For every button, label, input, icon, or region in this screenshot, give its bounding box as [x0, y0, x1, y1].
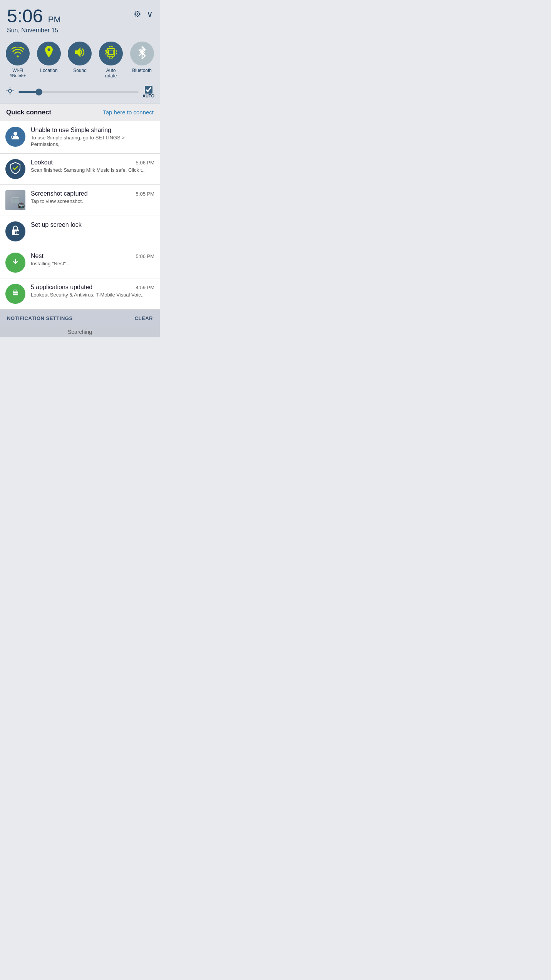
notif-simple-sharing-icon-wrap	[5, 127, 25, 147]
notif-nest-title: Nest	[31, 253, 133, 260]
notif-header: Set up screen lock	[31, 221, 154, 228]
notif-apps-updated-content: 5 applications updated 4:59 PM Lookout S…	[31, 284, 154, 298]
time-value: 5:06	[7, 6, 43, 26]
wifi-sublabel: #Note5+	[10, 73, 26, 78]
shield-icon	[10, 162, 21, 176]
time-display: 5:06 PM	[7, 7, 61, 25]
notif-screenshot-content: Screenshot captured 5:05 PM Tap to view …	[31, 190, 154, 205]
svg-point-14	[15, 231, 16, 233]
auto-checkbox-wrap: AUTO	[142, 86, 154, 98]
share-icon	[10, 130, 21, 143]
notif-screenlock-content: Set up screen lock	[31, 221, 154, 228]
update-icon	[10, 287, 21, 300]
notif-lookout-title: Lookout	[31, 159, 133, 166]
top-icons-group: ⚙ ∨	[134, 7, 153, 19]
location-label: Location	[40, 68, 57, 73]
list-item[interactable]: 5 applications updated 4:59 PM Lookout S…	[0, 278, 160, 310]
wifi-toggle-circle	[6, 42, 30, 65]
list-item[interactable]: 📷 Screenshot captured 5:05 PM Tap to vie…	[0, 185, 160, 216]
chevron-down-icon[interactable]: ∨	[147, 9, 153, 19]
notif-simple-sharing-content: Unable to use Simple sharing To use Simp…	[31, 127, 154, 148]
toggle-location[interactable]: Location	[35, 42, 63, 73]
bottom-bar: NOTIFICATION SETTINGS CLEAR	[0, 310, 160, 327]
bluetooth-label: Bluetooth	[132, 68, 152, 73]
screenshot-camera-icon: 📷	[18, 203, 25, 209]
list-item[interactable]: ! Set up screen lock	[0, 216, 160, 247]
notif-screenshot-title: Screenshot captured	[31, 190, 133, 197]
sound-toggle-circle	[68, 42, 92, 65]
notif-nest-body: Installing "Nest"…	[31, 261, 154, 267]
svg-text:!: !	[17, 231, 18, 235]
notif-simple-sharing-title: Unable to use Simple sharing	[31, 127, 151, 134]
notif-header: 5 applications updated 4:59 PM	[31, 284, 154, 291]
toggle-autorotate[interactable]: Auto rotate	[97, 42, 125, 79]
quick-connect-bar: Quick connect Tap here to connect	[0, 104, 160, 121]
bluetooth-icon	[138, 46, 146, 62]
location-icon	[44, 46, 54, 62]
lock-icon: !	[10, 224, 21, 239]
svg-rect-11	[12, 198, 19, 203]
tap-connect-link[interactable]: Tap here to connect	[103, 109, 154, 116]
notifications-list: Unable to use Simple sharing To use Simp…	[0, 121, 160, 310]
list-item[interactable]: Lookout 5:06 PM Scan finished: Samsung M…	[0, 154, 160, 185]
auto-label: AUTO	[142, 94, 154, 98]
wifi-label: Wi-Fi	[12, 68, 23, 73]
list-item[interactable]: Nest 5:06 PM Installing "Nest"…	[0, 247, 160, 278]
svg-point-9	[11, 136, 13, 138]
toggle-bluetooth[interactable]: Bluetooth	[128, 42, 156, 73]
notif-nest-icon-wrap	[5, 253, 25, 273]
notification-settings-button[interactable]: NOTIFICATION SETTINGS	[7, 315, 73, 321]
searching-text: Searching	[68, 329, 92, 335]
brightness-icon	[5, 86, 15, 98]
notif-apps-updated-time: 4:59 PM	[136, 285, 154, 290]
brightness-slider[interactable]	[18, 91, 139, 93]
notif-header: Unable to use Simple sharing	[31, 127, 154, 134]
sound-label: Sound	[73, 68, 87, 73]
svg-point-8	[13, 132, 17, 136]
notif-screenlock-icon-wrap: !	[5, 221, 25, 241]
notif-lookout-icon-wrap	[5, 159, 25, 179]
download-icon	[10, 256, 21, 269]
notif-lookout-body: Scan finished: Samsung Milk Music is saf…	[31, 167, 154, 174]
autorotate-icon	[105, 46, 117, 61]
quick-toggles-bar: Wi-Fi #Note5+ Location Sound	[0, 38, 160, 84]
bluetooth-toggle-circle	[130, 42, 154, 65]
notif-screenshot-body: Tap to view screenshot.	[31, 198, 154, 205]
searching-bar: Searching	[0, 327, 160, 337]
wifi-icon	[12, 47, 24, 60]
location-toggle-circle	[37, 42, 61, 65]
toggle-sound[interactable]: Sound	[66, 42, 94, 73]
clear-button[interactable]: CLEAR	[135, 315, 153, 321]
notif-simple-sharing-body: To use Simple sharing, go to SETTINGS > …	[31, 135, 154, 148]
toggle-wifi[interactable]: Wi-Fi #Note5+	[4, 42, 32, 78]
notif-nest-content: Nest 5:06 PM Installing "Nest"…	[31, 253, 154, 267]
settings-icon[interactable]: ⚙	[134, 9, 141, 19]
sound-icon	[74, 47, 86, 61]
autorotate-toggle-circle	[99, 42, 123, 65]
notif-nest-time: 5:06 PM	[136, 253, 154, 259]
notif-apps-updated-body: Lookout Security & Antivirus, T-Mobile V…	[31, 292, 154, 298]
notif-lookout-content: Lookout 5:06 PM Scan finished: Samsung M…	[31, 159, 154, 174]
quick-connect-label: Quick connect	[6, 109, 51, 116]
auto-checkbox[interactable]	[145, 86, 152, 94]
notif-apps-updated-icon-wrap	[5, 284, 25, 304]
autorotate-label: Auto rotate	[105, 68, 117, 79]
screenshot-thumbnail: 📷	[5, 190, 25, 210]
notif-apps-updated-title: 5 applications updated	[31, 284, 133, 291]
time-block: 5:06 PM Sun, November 15	[7, 7, 61, 34]
notif-header: Lookout 5:06 PM	[31, 159, 154, 166]
notif-screenshot-time: 5:05 PM	[136, 191, 154, 197]
brightness-row: AUTO	[0, 84, 160, 104]
notif-header: Screenshot captured 5:05 PM	[31, 190, 154, 197]
ampm-value: PM	[48, 15, 61, 24]
notif-header: Nest 5:06 PM	[31, 253, 154, 260]
notif-screenlock-title: Set up screen lock	[31, 221, 151, 228]
svg-point-3	[8, 89, 12, 92]
top-bar: 5:06 PM Sun, November 15 ⚙ ∨	[0, 0, 160, 38]
date-display: Sun, November 15	[7, 27, 61, 34]
notif-lookout-time: 5:06 PM	[136, 160, 154, 166]
list-item[interactable]: Unable to use Simple sharing To use Simp…	[0, 121, 160, 154]
